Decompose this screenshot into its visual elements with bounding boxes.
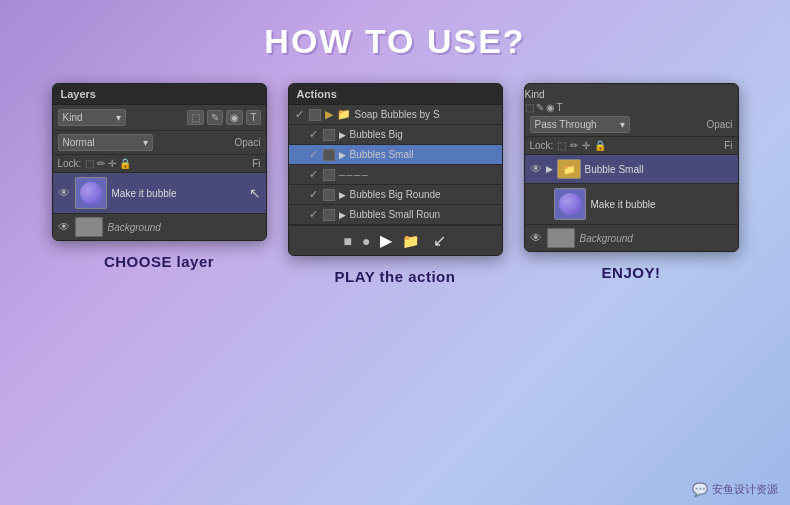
record-button[interactable]: ● <box>362 233 370 249</box>
folder-icon: ▶ <box>325 108 333 121</box>
lock-move-icon[interactable]: ✛ <box>108 158 116 169</box>
right-lock-icon1[interactable]: ⬚ <box>557 140 566 151</box>
action-label: Bubbles Small Roun <box>350 209 496 220</box>
right-lock-icon2[interactable]: ✏ <box>570 140 578 151</box>
group-layer-item[interactable]: 👁 ▶ 📁 Bubble Small <box>525 155 738 184</box>
right-lock-icon4[interactable]: 🔒 <box>594 140 606 151</box>
bg-eye-icon[interactable]: 👁 <box>58 220 70 234</box>
right-filter-icon-1[interactable]: ⬚ <box>525 102 534 113</box>
dashed-line: --- --- --- --- <box>339 170 367 180</box>
blend-row: Normal ▾ Opaci <box>53 131 266 155</box>
right-blend-arrow: ▾ <box>620 119 625 130</box>
action-bubbles-big-rounded[interactable]: ✓ ▶ Bubbles Big Rounde <box>289 185 502 205</box>
action-checkbox[interactable] <box>323 149 335 161</box>
kind-label: Kind <box>63 112 83 123</box>
lock-pixels-icon[interactable]: ⬚ <box>85 158 94 169</box>
filter-icon-1[interactable]: ⬚ <box>187 110 204 125</box>
layer-thumbnail <box>75 177 107 209</box>
group-eye-icon[interactable]: 👁 <box>530 162 542 176</box>
group-expand-icon[interactable]: ▶ <box>546 164 553 174</box>
action-checkbox[interactable] <box>323 189 335 201</box>
play-icon: ▶ <box>339 190 346 200</box>
right-blend-select[interactable]: Pass Through ▾ <box>530 116 630 133</box>
action-dashed: ✓ --- --- --- --- <box>289 165 502 185</box>
middle-caption: PLAY the action <box>335 268 456 285</box>
right-kind-label: Kind <box>525 89 545 100</box>
action-checkbox[interactable] <box>309 109 321 121</box>
play-icon: ▶ <box>339 150 346 160</box>
action-bubbles-small-rounded[interactable]: ✓ ▶ Bubbles Small Roun <box>289 205 502 225</box>
actions-panel: Actions ✓ ▶ 📁 Soap Bubbles by S ✓ ▶ Bubb… <box>288 83 503 256</box>
layers-panel: Layers Kind ▾ ⬚ ✎ ◉ T Normal ▾ <box>52 83 267 241</box>
bg-layer-name: Background <box>108 222 161 233</box>
group-thumbnail: 📁 <box>557 159 581 179</box>
check-icon: ✓ <box>309 208 319 221</box>
right-bg-name: Background <box>580 233 633 244</box>
lock-row: Lock: ⬚ ✏ ✛ 🔒 Fi <box>53 155 266 173</box>
right-filter-icon-2[interactable]: ✎ <box>536 102 544 113</box>
opacity-label: Opaci <box>234 137 260 148</box>
action-bubbles-big[interactable]: ✓ ▶ Bubbles Big <box>289 125 502 145</box>
stop-button[interactable]: ■ <box>344 233 352 249</box>
action-checkbox[interactable] <box>323 169 335 181</box>
right-lock-icon3[interactable]: ✛ <box>582 140 590 151</box>
layers-search-row: Kind ▾ ⬚ ✎ ◉ T <box>53 105 266 131</box>
right-layer-name: Make it bubble <box>591 199 733 210</box>
lock-all-icon[interactable]: 🔒 <box>119 158 131 169</box>
right-bg-eye[interactable]: 👁 <box>530 231 542 245</box>
check-icon: ✓ <box>309 188 319 201</box>
blend-mode-select[interactable]: Normal ▾ <box>58 134 153 151</box>
right-filter-icon-3[interactable]: ◉ <box>546 102 555 113</box>
play-icon: ▶ <box>339 210 346 220</box>
right-layer-thumbnail <box>554 188 586 220</box>
layer-item[interactable]: 👁 Make it bubble ↖ <box>53 173 266 214</box>
action-label: Bubbles Big Rounde <box>350 189 496 200</box>
filter-icon-2[interactable]: ✎ <box>207 110 223 125</box>
folder-button[interactable]: 📁 <box>402 233 419 249</box>
play-button[interactable]: ▶ <box>380 231 392 250</box>
action-bubbles-small[interactable]: ✓ ▶ Bubbles Small <box>289 145 502 165</box>
blend-mode-label: Normal <box>63 137 95 148</box>
cursor-icon: ↖ <box>249 185 261 201</box>
layer-name: Make it bubble <box>112 188 244 199</box>
filter-icons: ⬚ ✎ ◉ T <box>187 110 260 125</box>
folder-glyph: 📁 <box>563 164 575 175</box>
action-checkbox[interactable] <box>323 129 335 141</box>
right-panel-wrap: Kind ⬚ ✎ ◉ T Pass Through ▾ Opaci Lock: <box>521 83 741 285</box>
filter-icon-4[interactable]: T <box>246 110 260 125</box>
filter-icon-3[interactable]: ◉ <box>226 110 243 125</box>
eye-icon[interactable]: 👁 <box>58 186 70 200</box>
right-bg-thumbnail <box>547 228 575 248</box>
right-fill-label: Fi <box>724 140 732 151</box>
right-filter-icon-4[interactable]: T <box>557 102 563 113</box>
group-layer-name: Bubble Small <box>585 164 644 175</box>
action-checkbox[interactable] <box>323 209 335 221</box>
layers-panel-title: Layers <box>53 84 266 105</box>
fill-label: Fi <box>252 158 260 169</box>
check-icon: ✓ <box>309 168 319 181</box>
right-blend-row: Pass Through ▾ Opaci <box>525 113 738 137</box>
play-icon: ▶ <box>339 130 346 140</box>
kind-select[interactable]: Kind ▾ <box>58 109 126 126</box>
right-lock-text: Lock: <box>530 140 554 151</box>
left-caption: CHOOSE layer <box>104 253 214 270</box>
lock-paint-icon[interactable]: ✏ <box>97 158 105 169</box>
right-search-row: Kind ⬚ ✎ ◉ T <box>525 84 738 113</box>
lock-icons: ⬚ ✏ ✛ 🔒 <box>85 158 131 169</box>
action-folder-item[interactable]: ✓ ▶ 📁 Soap Bubbles by S <box>289 105 502 125</box>
watermark-text: 安鱼设计资源 <box>712 482 778 497</box>
lock-text: Lock: <box>58 158 82 169</box>
action-label: Bubbles Big <box>350 129 496 140</box>
right-layer-item[interactable]: Make it bubble <box>525 184 738 225</box>
right-blend-label: Pass Through <box>535 119 597 130</box>
blend-arrow: ▾ <box>143 137 148 148</box>
kind-arrow: ▾ <box>116 112 121 123</box>
bubble-preview <box>80 182 102 204</box>
right-layers-panel: Kind ⬚ ✎ ◉ T Pass Through ▾ Opaci Lock: <box>524 83 739 252</box>
right-bubble-preview <box>559 193 581 215</box>
bg-layer[interactable]: 👁 Background <box>53 214 266 240</box>
action-label: Bubbles Small <box>350 149 496 160</box>
check-icon: ✓ <box>309 148 319 161</box>
right-bg-layer[interactable]: 👁 Background <box>525 225 738 251</box>
right-lock-row: Lock: ⬚ ✏ ✛ 🔒 Fi <box>525 137 738 155</box>
